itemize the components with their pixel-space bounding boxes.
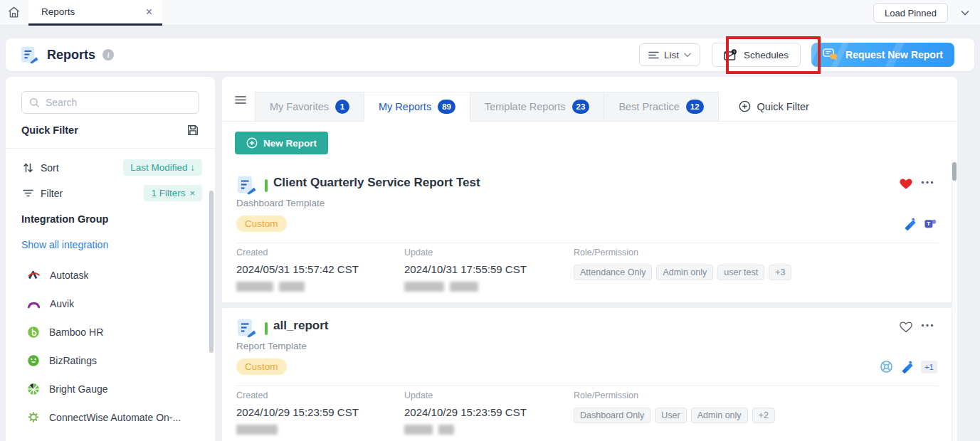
role-label: Role/Permission bbox=[574, 390, 775, 400]
role-pill-more[interactable]: +3 bbox=[769, 265, 791, 280]
filter-icon bbox=[23, 188, 33, 198]
filter-row: Filter 1 Filters × bbox=[23, 185, 202, 201]
role-pill-more[interactable]: +2 bbox=[752, 408, 775, 423]
filter-count: 1 Filters bbox=[151, 188, 185, 198]
role-pill: Admin only bbox=[656, 265, 713, 280]
jira-icon bbox=[903, 217, 917, 230]
favorite-heart-icon[interactable] bbox=[899, 177, 913, 190]
sidebar-item-auvik[interactable]: Auvik bbox=[27, 292, 205, 316]
tab-reports[interactable]: Reports × bbox=[28, 0, 162, 26]
tab-my-favorites[interactable]: My Favorites 1 bbox=[255, 92, 364, 121]
sidebar-item-connectwise-automate[interactable]: ConnectWise Automate On-... bbox=[27, 405, 205, 430]
role-pill: Dashboard Only bbox=[574, 408, 650, 423]
collapse-sidebar-button[interactable] bbox=[229, 88, 252, 111]
view-mode-label: List bbox=[664, 50, 679, 60]
created-label: Created bbox=[236, 248, 359, 257]
show-all-integration-link[interactable]: Show all integration bbox=[21, 239, 108, 250]
main-scrollbar-thumb[interactable] bbox=[952, 162, 957, 181]
created-label: Created bbox=[236, 390, 359, 400]
sidebar-scrollbar[interactable] bbox=[209, 191, 214, 353]
schedules-button[interactable]: Schedules bbox=[712, 43, 801, 67]
report-type: Dashboard Template bbox=[236, 198, 325, 208]
tab-template-reports[interactable]: Template Reports 23 bbox=[470, 92, 604, 121]
tab-label: My Favorites bbox=[270, 101, 329, 112]
favorite-heart-outline-icon[interactable] bbox=[899, 320, 913, 333]
sidebar-item-bizratings[interactable]: BizRatings bbox=[27, 349, 205, 373]
role-pill: Admin only bbox=[691, 408, 748, 423]
divider bbox=[236, 243, 939, 243]
role-column: Role/Permission Attendance Only Admin on… bbox=[574, 248, 791, 280]
tab-my-reports[interactable]: My Reports 89 bbox=[364, 92, 470, 122]
quick-filter-button[interactable]: Quick Filter bbox=[739, 92, 809, 121]
search-field bbox=[21, 91, 199, 114]
integration-label: Autotask bbox=[50, 270, 88, 281]
sidebar-item-bamboo-hr[interactable]: Bamboo HR bbox=[27, 320, 205, 344]
role-label: Role/Permission bbox=[574, 248, 791, 257]
jira-icon bbox=[900, 360, 914, 373]
sidebar-item-autotask[interactable]: Autotask bbox=[27, 263, 205, 287]
quick-filter-label: Quick Filter bbox=[757, 101, 809, 112]
save-icon[interactable] bbox=[186, 124, 199, 137]
created-value: 2024/10/29 15:23:59 CST bbox=[236, 406, 359, 418]
redacted-author bbox=[236, 425, 359, 435]
card-separator bbox=[222, 302, 957, 308]
request-new-report-button[interactable]: Request New Report bbox=[811, 43, 954, 67]
plus-circle-icon bbox=[246, 137, 258, 149]
filter-value-badge[interactable]: 1 Filters × bbox=[144, 185, 202, 201]
report-title[interactable]: all_report bbox=[273, 319, 328, 333]
more-menu-icon[interactable] bbox=[921, 324, 934, 327]
view-mode-dropdown[interactable]: List bbox=[639, 43, 700, 66]
more-menu-icon[interactable] bbox=[921, 181, 934, 184]
tab-count-badge: 1 bbox=[335, 100, 349, 114]
main-scrollbar-track[interactable] bbox=[952, 160, 957, 441]
title-accent-bar bbox=[265, 179, 268, 192]
info-icon[interactable]: i bbox=[102, 49, 114, 60]
page-title: Reports bbox=[47, 48, 95, 63]
update-value: 2024/10/31 17:55:59 CST bbox=[404, 263, 527, 275]
redacted-author bbox=[404, 425, 527, 435]
tab-best-practice[interactable]: Best Practice 12 bbox=[604, 92, 718, 121]
page-header: Reports i List Schedules Request New Rep… bbox=[6, 38, 974, 71]
update-column: Update 2024/10/29 15:23:59 CST bbox=[404, 390, 527, 435]
home-icon bbox=[7, 6, 21, 19]
integration-group-heading: Integration Group bbox=[21, 213, 108, 225]
close-icon[interactable]: × bbox=[146, 6, 152, 18]
tab-label: My Reports bbox=[379, 101, 431, 112]
chevron-down-icon[interactable] bbox=[960, 8, 970, 18]
request-label: Request New Report bbox=[845, 49, 943, 60]
integration-label: Bright Gauge bbox=[49, 383, 108, 395]
sidebar: Quick Filter Sort Last Modified ↓ Filter… bbox=[6, 77, 215, 441]
search-icon bbox=[29, 97, 40, 108]
load-pinned-button[interactable]: Load Pinned bbox=[873, 3, 948, 23]
filter-clear-icon[interactable]: × bbox=[189, 188, 195, 198]
report-card[interactable]: Client Quarterly Service Report Test Das… bbox=[222, 165, 957, 302]
update-label: Update bbox=[404, 390, 527, 400]
compass-icon bbox=[880, 360, 893, 373]
sidebar-item-bright-gauge[interactable]: Bright Gauge bbox=[27, 377, 205, 401]
new-report-button[interactable]: New Report bbox=[235, 132, 328, 154]
report-title[interactable]: Client Quarterly Service Report Test bbox=[273, 176, 480, 190]
more-integrations-badge[interactable]: +1 bbox=[921, 361, 937, 373]
report-type: Report Template bbox=[236, 341, 307, 351]
integration-label: Auvik bbox=[50, 298, 74, 309]
tab-count-badge: 23 bbox=[572, 100, 590, 114]
tab-count-badge: 89 bbox=[438, 100, 455, 114]
custom-badge: Custom bbox=[236, 358, 287, 375]
quick-filter-heading: Quick Filter bbox=[21, 124, 78, 136]
browser-top-bar: Reports × Load Pinned bbox=[0, 0, 980, 26]
filter-label: Filter bbox=[41, 188, 63, 199]
report-card[interactable]: all_report Report Template Custom +1 Cre… bbox=[222, 308, 957, 441]
search-input[interactable] bbox=[46, 97, 191, 108]
bizratings-icon bbox=[27, 354, 40, 367]
delivery-icons: +1 bbox=[880, 360, 937, 373]
role-column: Role/Permission Dashboard Only User Admi… bbox=[574, 390, 775, 423]
report-icon bbox=[236, 318, 256, 338]
created-value: 2024/05/31 15:57:42 CST bbox=[236, 263, 359, 275]
autotask-icon bbox=[27, 269, 41, 282]
sort-value-badge[interactable]: Last Modified ↓ bbox=[123, 159, 202, 176]
request-chat-icon bbox=[823, 48, 839, 62]
chevron-down-icon bbox=[684, 53, 691, 58]
connectwise-gear-icon bbox=[27, 411, 40, 424]
divider bbox=[236, 386, 939, 386]
home-button[interactable] bbox=[0, 0, 27, 25]
